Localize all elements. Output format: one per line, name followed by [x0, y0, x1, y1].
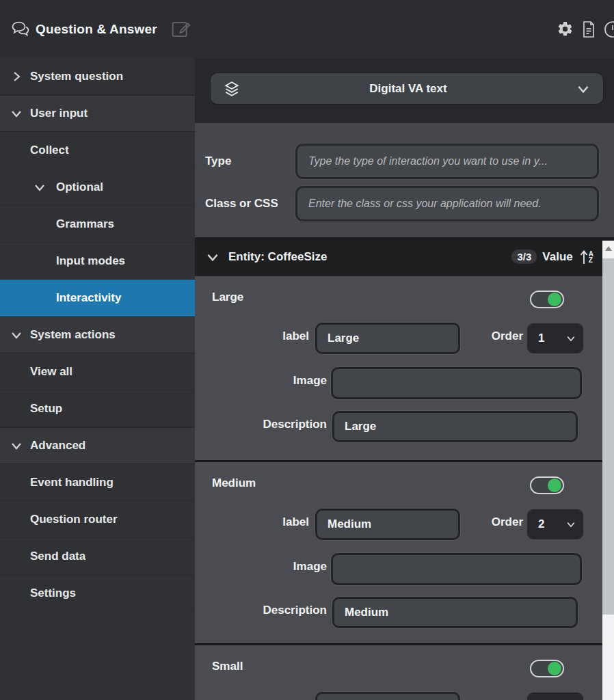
order-field-label: Order [466, 329, 523, 343]
chevron-down-icon [10, 439, 25, 453]
entity-enabled-toggle[interactable] [530, 291, 564, 308]
entity-section-large: Large label Order 1 Image Description [195, 276, 614, 460]
entity-section-medium: Medium label Order 2 Image Description [195, 462, 614, 643]
sidebar-item-event-handling[interactable]: Event handling [0, 464, 195, 501]
scrollbar-up-button[interactable] [602, 241, 614, 256]
label-field-label: label [195, 329, 309, 343]
chevron-down-icon [565, 519, 576, 530]
toggle-knob [548, 293, 561, 306]
toggle-knob [548, 662, 561, 675]
class-or-css-label: Class or CSS [205, 197, 278, 211]
sidebar-nav: System question User input Collect Optio… [0, 58, 195, 700]
entity-name: Small [212, 660, 243, 673]
vertical-scrollbar[interactable] [602, 241, 614, 700]
sidebar-item-input-modes[interactable]: Input modes [0, 243, 195, 280]
top-bar: Question & Answer [0, 0, 614, 58]
label-input[interactable] [315, 323, 460, 354]
chevron-down-icon [33, 180, 48, 194]
sidebar-item-settings[interactable]: Settings [0, 575, 195, 612]
description-field-label: Description [195, 418, 327, 431]
image-field-label: Image [195, 374, 327, 388]
label-input[interactable] [315, 692, 460, 700]
interaction-form: Type Class or CSS [195, 123, 614, 237]
order-dropdown[interactable]: 1 [527, 323, 583, 353]
sidebar-item-collect[interactable]: Collect [0, 132, 195, 169]
sidebar-item-advanced[interactable]: Advanced [0, 427, 195, 464]
order-field-label: Order [466, 515, 523, 529]
entity-name: Large [212, 291, 243, 304]
entity-enabled-toggle[interactable] [530, 476, 564, 494]
entity-name: Medium [212, 476, 256, 490]
entity-count-badge: 3/3 [511, 250, 537, 264]
order-dropdown[interactable] [527, 692, 583, 700]
description-input[interactable] [332, 411, 578, 442]
image-input[interactable] [331, 553, 582, 585]
type-input[interactable] [295, 144, 599, 179]
description-field-label: Description [195, 604, 327, 617]
entity-header[interactable]: Entity: CoffeeSize 3/3 Value A Z [195, 237, 614, 276]
chevron-down-icon [565, 333, 576, 344]
sidebar-item-question-router[interactable]: Question router [0, 501, 195, 538]
help-circle-icon[interactable] [604, 21, 614, 38]
chevron-down-icon [205, 250, 220, 265]
sidebar-item-optional[interactable]: Optional [0, 169, 195, 206]
sidebar-item-system-actions[interactable]: System actions [0, 317, 195, 353]
chevron-down-icon [10, 107, 25, 120]
channel-selector-dropdown[interactable]: Digital VA text [211, 73, 603, 104]
sidebar-item-system-question[interactable]: System question [0, 58, 195, 95]
class-or-css-input[interactable] [295, 186, 599, 221]
settings-gear-icon[interactable] [557, 21, 574, 38]
sidebar-item-send-data[interactable]: Send data [0, 538, 195, 575]
app-window: Question & Answer [0, 0, 614, 700]
chat-bubbles-icon [10, 20, 30, 38]
scrollbar-thumb[interactable] [602, 258, 614, 615]
edit-icon[interactable] [170, 18, 191, 40]
layers-icon [223, 80, 241, 98]
sidebar-item-view-all[interactable]: View all [0, 353, 195, 390]
order-dropdown[interactable]: 2 [527, 509, 583, 539]
sort-az-icon[interactable]: A Z [580, 250, 593, 265]
sidebar-item-setup[interactable]: Setup [0, 390, 195, 427]
chevron-down-icon [576, 81, 591, 96]
sidebar-item-interactivity[interactable]: Interactivity [0, 280, 195, 317]
document-icon[interactable] [580, 21, 597, 38]
triangle-up-icon [605, 246, 612, 251]
description-input[interactable] [332, 597, 578, 628]
entity-section-small: Small [195, 645, 614, 700]
entity-title: Entity: CoffeeSize [228, 250, 328, 264]
image-input[interactable] [331, 367, 582, 399]
label-input[interactable] [315, 509, 460, 540]
toggle-knob [548, 479, 561, 492]
chevron-right-icon [10, 70, 25, 83]
page-title: Question & Answer [36, 22, 157, 37]
chevron-down-icon [10, 328, 25, 342]
main-panel: Digital VA text Type Class or CSS Entity… [195, 58, 614, 700]
type-label: Type [205, 154, 231, 168]
channel-selector-value: Digital VA text [241, 82, 576, 96]
entity-enabled-toggle[interactable] [530, 660, 564, 677]
sidebar-item-user-input[interactable]: User input [0, 95, 195, 132]
image-field-label: Image [195, 560, 327, 574]
label-field-label: label [195, 515, 309, 529]
sort-label: Value [542, 250, 572, 264]
sidebar-item-grammars[interactable]: Grammars [0, 206, 195, 243]
